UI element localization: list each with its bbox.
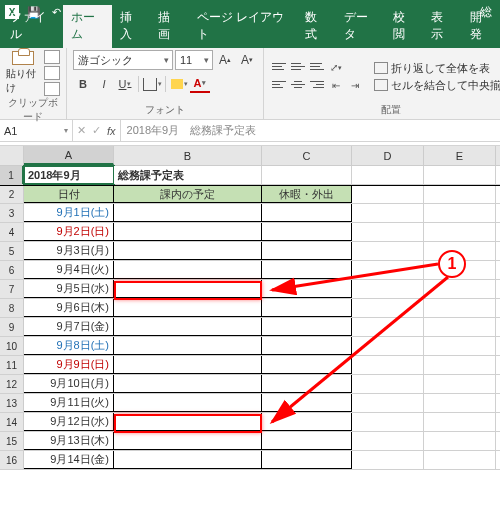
cell[interactable] bbox=[424, 186, 496, 203]
cell[interactable]: 総務課予定表 bbox=[114, 166, 262, 184]
cell[interactable] bbox=[424, 299, 496, 317]
row-header[interactable]: 3 bbox=[0, 204, 24, 222]
cell[interactable] bbox=[262, 375, 352, 393]
cell[interactable] bbox=[114, 242, 262, 260]
cell[interactable] bbox=[262, 261, 352, 279]
cell[interactable] bbox=[262, 280, 352, 298]
cell[interactable]: 2018年9月 bbox=[24, 166, 114, 184]
cell[interactable] bbox=[262, 337, 352, 355]
cell[interactable] bbox=[114, 204, 262, 222]
cell[interactable] bbox=[114, 337, 262, 355]
cell[interactable] bbox=[352, 413, 424, 431]
cell[interactable] bbox=[424, 413, 496, 431]
col-header-B[interactable]: B bbox=[114, 146, 262, 165]
cell[interactable] bbox=[114, 413, 262, 431]
cell[interactable] bbox=[262, 413, 352, 431]
cell[interactable]: 休暇・外出 bbox=[262, 186, 352, 203]
align-bottom-icon[interactable] bbox=[308, 60, 326, 74]
cell[interactable] bbox=[424, 223, 496, 241]
cell[interactable]: 9月10日(月) bbox=[24, 375, 114, 393]
cell[interactable] bbox=[352, 337, 424, 355]
cell[interactable] bbox=[424, 242, 496, 260]
font-size-select[interactable]: 11 bbox=[175, 50, 213, 70]
cell[interactable]: 9月6日(木) bbox=[24, 299, 114, 317]
cancel-icon[interactable]: ✕ bbox=[77, 124, 86, 137]
align-left-icon[interactable] bbox=[270, 78, 288, 92]
cell[interactable]: 9月4日(火) bbox=[24, 261, 114, 279]
cell[interactable]: 9月2日(日) bbox=[24, 223, 114, 241]
fill-color-button[interactable]: ▾ bbox=[169, 74, 189, 94]
cell[interactable] bbox=[262, 432, 352, 450]
cell[interactable] bbox=[352, 280, 424, 298]
row-header[interactable]: 8 bbox=[0, 299, 24, 317]
bold-button[interactable]: B bbox=[73, 74, 93, 94]
increase-font-icon[interactable]: A▴ bbox=[215, 50, 235, 70]
paste-button[interactable]: 貼り付け bbox=[6, 51, 40, 95]
formula-input[interactable]: 2018年9月 総務課予定表 bbox=[121, 120, 500, 141]
row-header[interactable]: 9 bbox=[0, 318, 24, 336]
col-header-C[interactable]: C bbox=[262, 146, 352, 165]
cell[interactable] bbox=[262, 223, 352, 241]
cell[interactable] bbox=[262, 242, 352, 260]
cell[interactable] bbox=[114, 432, 262, 450]
tab-review[interactable]: 校閲 bbox=[385, 5, 423, 48]
select-all-corner[interactable] bbox=[0, 146, 24, 165]
cell[interactable] bbox=[352, 223, 424, 241]
cell[interactable] bbox=[262, 451, 352, 469]
cell[interactable] bbox=[262, 299, 352, 317]
cell[interactable]: 9月1日(土) bbox=[24, 204, 114, 222]
increase-indent-icon[interactable]: ⇥ bbox=[346, 78, 364, 94]
cell[interactable] bbox=[352, 299, 424, 317]
tab-insert[interactable]: 挿入 bbox=[112, 5, 150, 48]
cell[interactable]: 9月8日(土) bbox=[24, 337, 114, 355]
cell[interactable] bbox=[352, 166, 424, 184]
cell[interactable] bbox=[114, 299, 262, 317]
cell[interactable] bbox=[352, 432, 424, 450]
copy-icon[interactable] bbox=[44, 66, 60, 80]
merge-center-button[interactable]: セルを結合して中央揃え bbox=[374, 78, 500, 93]
row-header[interactable]: 5 bbox=[0, 242, 24, 260]
name-box[interactable]: A1 bbox=[0, 120, 73, 141]
cell[interactable] bbox=[424, 261, 496, 279]
tab-file[interactable]: ファイル bbox=[2, 5, 63, 48]
font-color-button[interactable]: A▾ bbox=[190, 75, 210, 93]
row-header[interactable]: 15 bbox=[0, 432, 24, 450]
cell[interactable] bbox=[352, 318, 424, 336]
cell[interactable]: 9月3日(月) bbox=[24, 242, 114, 260]
col-header-E[interactable]: E bbox=[424, 146, 496, 165]
cell[interactable] bbox=[424, 166, 496, 184]
cell[interactable]: 9月5日(水) bbox=[24, 280, 114, 298]
cut-icon[interactable] bbox=[44, 50, 60, 64]
cell[interactable]: 9月7日(金) bbox=[24, 318, 114, 336]
row-header[interactable]: 13 bbox=[0, 394, 24, 412]
cell[interactable] bbox=[114, 356, 262, 374]
wrap-text-button[interactable]: 折り返して全体を表 bbox=[374, 61, 500, 76]
tab-pagelayout[interactable]: ページ レイアウト bbox=[189, 5, 297, 48]
cell[interactable] bbox=[424, 318, 496, 336]
cell[interactable] bbox=[262, 318, 352, 336]
cell[interactable] bbox=[114, 451, 262, 469]
cell[interactable] bbox=[114, 394, 262, 412]
cell[interactable] bbox=[424, 375, 496, 393]
font-name-select[interactable]: 游ゴシック bbox=[73, 50, 173, 70]
align-top-icon[interactable] bbox=[270, 60, 288, 74]
align-middle-icon[interactable] bbox=[289, 60, 307, 74]
cell[interactable]: 9月12日(水) bbox=[24, 413, 114, 431]
decrease-font-icon[interactable]: A▾ bbox=[237, 50, 257, 70]
cell[interactable] bbox=[262, 204, 352, 222]
cell[interactable] bbox=[114, 375, 262, 393]
cell[interactable]: 9月9日(日) bbox=[24, 356, 114, 374]
cell[interactable] bbox=[352, 356, 424, 374]
cell[interactable] bbox=[352, 394, 424, 412]
cell[interactable] bbox=[424, 204, 496, 222]
cell[interactable]: 9月13日(木) bbox=[24, 432, 114, 450]
row-header[interactable]: 7 bbox=[0, 280, 24, 298]
col-header-A[interactable]: A bbox=[24, 146, 114, 165]
cell[interactable] bbox=[262, 356, 352, 374]
cell[interactable] bbox=[424, 451, 496, 469]
row-header[interactable]: 1 bbox=[0, 166, 24, 184]
cell[interactable] bbox=[262, 394, 352, 412]
row-header[interactable]: 10 bbox=[0, 337, 24, 355]
row-header[interactable]: 6 bbox=[0, 261, 24, 279]
row-header[interactable]: 16 bbox=[0, 451, 24, 469]
